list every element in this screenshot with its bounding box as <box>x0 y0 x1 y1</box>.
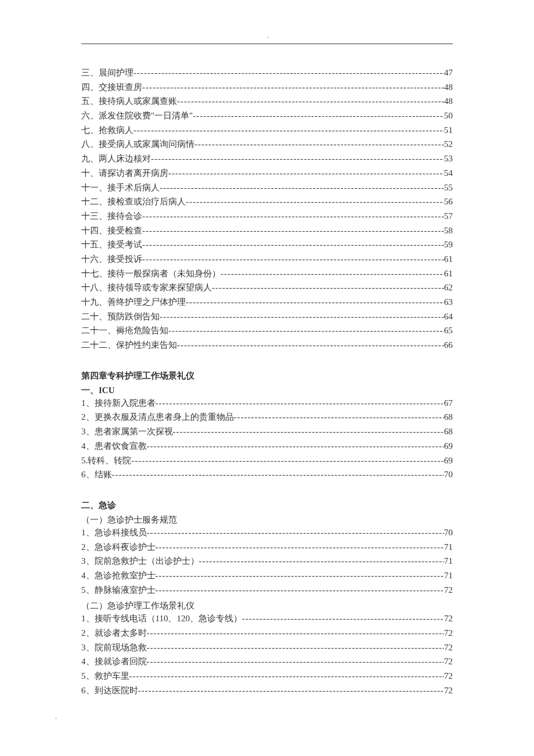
toc-page-number: 47 <box>444 68 453 78</box>
document-page: 三、晨间护理47四、交接班查房48五、接待病人或家属查账48六、派发住院收费"一… <box>0 0 534 734</box>
toc-leader <box>234 412 445 422</box>
toc-label: 五、接待病人或家属查账 <box>81 96 177 107</box>
toc-label: 八、接受病人或家属询问病情 <box>81 139 194 150</box>
toc-page-number: 70 <box>444 470 453 480</box>
toc-label: 6、结账 <box>81 469 112 480</box>
toc-leader <box>134 125 444 135</box>
toc-page-number: 56 <box>444 197 453 207</box>
toc-label: 二十、预防跌倒告知 <box>81 311 160 322</box>
toc-page-number: 58 <box>444 226 453 236</box>
toc-page-number: 48 <box>444 82 453 92</box>
toc-page-number: 50 <box>444 111 453 121</box>
toc-leader <box>186 297 444 307</box>
toc-leader <box>177 96 444 106</box>
toc-label: 5、救护车里 <box>81 671 129 682</box>
toc-entry: 2、就诊者太多时72 <box>81 628 453 642</box>
toc-entry: 4、患者饮食宣教69 <box>81 441 453 455</box>
toc-entry: 十五、接受考试59 <box>81 239 453 254</box>
toc-page-number: 69 <box>444 441 453 451</box>
toc-entry: 3、患者家属第一次探视68 <box>81 426 453 441</box>
toc-label: 1、接听专线电话（110、120、急诊专线） <box>81 613 242 624</box>
footer-mark: . <box>55 712 57 721</box>
toc-entry: 5.转科、转院69 <box>81 455 453 470</box>
toc-entry: 十、请探访者离开病房54 <box>81 168 453 182</box>
toc-label: 3、院前现场急救 <box>81 642 147 653</box>
toc-page-number: 48 <box>444 96 453 106</box>
toc-leader <box>186 197 444 207</box>
toc-entry: 七、抢救病人51 <box>81 125 453 139</box>
toc-entry: 4、接就诊者回院72 <box>81 656 453 671</box>
toc-leader <box>147 657 445 667</box>
toc-leader <box>168 326 444 336</box>
toc-leader <box>134 68 444 78</box>
toc-entry: 2、急诊科夜诊护士71 <box>81 542 453 556</box>
toc-label: 十八、接待领导或专家来探望病人 <box>81 282 212 293</box>
toc-label: 5.转科、转院 <box>81 455 131 466</box>
toc-page-number: 66 <box>444 340 453 350</box>
toc-label: 十、请探访者离开病房 <box>81 168 168 179</box>
toc-page-number: 62 <box>444 283 453 293</box>
toc-page-number: 72 <box>444 686 453 696</box>
toc-entry: 三、晨间护理47 <box>81 67 453 82</box>
toc-leader <box>156 585 445 595</box>
toc-page-number: 61 <box>444 254 453 264</box>
toc-entry: 6、到达医院时72 <box>81 685 453 700</box>
toc-label: 4、接就诊者回院 <box>81 656 147 667</box>
toc-page-number: 71 <box>444 571 453 581</box>
toc-entry: 6、结账70 <box>81 469 453 484</box>
toc-label: 十一、接手术后病人 <box>81 182 160 193</box>
toc-entry: 十九、善终护理之尸体护理63 <box>81 297 453 311</box>
toc-leader <box>147 628 445 638</box>
toc-leader <box>142 82 444 92</box>
toc-label: 二十一、褥疮危险告知 <box>81 325 168 336</box>
toc-page-number: 69 <box>444 456 453 466</box>
toc-entry: 十三、接待会诊57 <box>81 211 453 225</box>
toc-label: 3、患者家属第一次探视 <box>81 426 173 437</box>
toc-leader <box>173 427 445 437</box>
toc-label: 六、派发住院收费"一日清单" <box>81 110 193 121</box>
toc-entry: 3、院前急救护士（出诊护士）71 <box>81 556 453 570</box>
toc-entry: 十七、接待一般探病者（未知身份）61 <box>81 268 453 283</box>
toc-entry: 3、院前现场急救 72 <box>81 642 453 657</box>
toc-label: 2、更换衣服及清点患者身上的贵重物品 <box>81 412 234 423</box>
toc-leader <box>156 398 445 408</box>
section-heading: 一、ICU <box>81 383 453 398</box>
toc-entry: 二十一、褥疮危险告知65 <box>81 325 453 340</box>
toc-entry: 1、接待新入院患者67 <box>81 398 453 412</box>
toc-label: 2、急诊科夜诊护士 <box>81 542 156 553</box>
toc-label: 4、急诊抢救室护士 <box>81 570 156 581</box>
table-of-contents: 三、晨间护理47四、交接班查房48五、接待病人或家属查账48六、派发住院收费"一… <box>81 67 453 699</box>
toc-label: 十四、接受检查 <box>81 225 142 236</box>
toc-label: 十九、善终护理之尸体护理 <box>81 297 186 308</box>
toc-entry: 2、更换衣服及清点患者身上的贵重物品68 <box>81 412 453 426</box>
toc-page-number: 53 <box>444 154 453 164</box>
sub-heading: （一）急诊护士服务规范 <box>81 513 453 527</box>
header-rule <box>81 44 453 44</box>
toc-page-number: 71 <box>444 556 453 566</box>
blank-line <box>81 354 453 369</box>
toc-label: 九、两人床边核对 <box>81 153 151 164</box>
toc-leader <box>142 211 444 221</box>
toc-entry: 二十二、保护性约束告知66 <box>81 340 453 354</box>
toc-label: 5、静脉输液室护士 <box>81 585 156 596</box>
blank-line <box>81 484 453 498</box>
toc-label: 三、晨间护理 <box>81 67 134 78</box>
toc-leader <box>142 254 444 264</box>
toc-leader <box>131 456 444 466</box>
toc-page-number: 72 <box>444 643 453 653</box>
toc-label: 二十二、保护性约束告知 <box>81 340 177 351</box>
toc-entry: 十八、接待领导或专家来探望病人62 <box>81 282 453 297</box>
section-heading: 二、急诊 <box>81 498 453 513</box>
toc-leader <box>147 643 445 653</box>
toc-page-number: 70 <box>444 528 453 538</box>
toc-page-number: 51 <box>444 125 453 135</box>
toc-page-number: 52 <box>444 139 453 149</box>
toc-leader <box>160 183 444 193</box>
toc-leader <box>177 340 444 350</box>
toc-entry: 五、接待病人或家属查账48 <box>81 96 453 110</box>
toc-leader <box>168 168 444 178</box>
toc-leader <box>199 556 445 566</box>
toc-label: 十二、接检查或治疗后病人 <box>81 196 186 207</box>
toc-page-number: 72 <box>444 671 453 681</box>
toc-entry: 1、急诊科接线员70 <box>81 527 453 542</box>
